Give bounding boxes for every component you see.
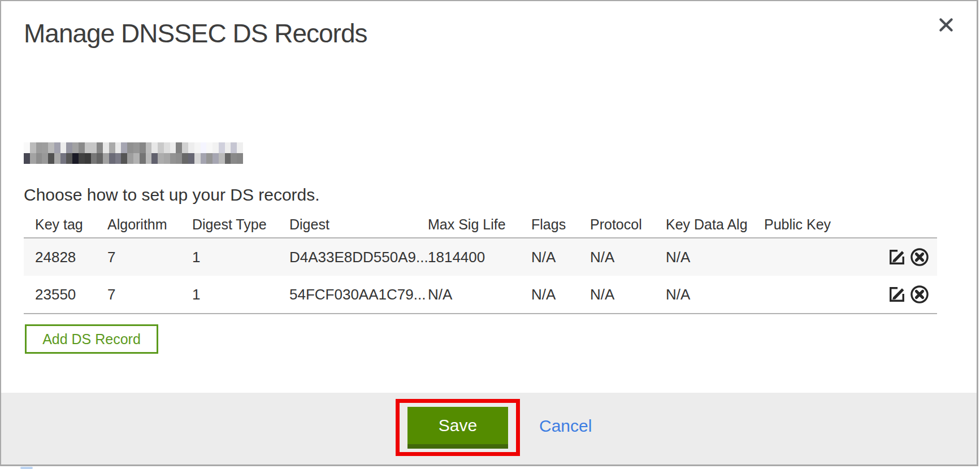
- add-ds-record-button[interactable]: Add DS Record: [25, 324, 158, 354]
- redacted-pixel-block: [103, 153, 109, 164]
- redacted-pixel-block: [66, 153, 72, 164]
- table-row: 235507154FCF030AA1C79...N/AN/AN/AN/A: [24, 276, 937, 314]
- redacted-pixel-block: [151, 153, 158, 164]
- redacted-pixel-block: [219, 153, 225, 164]
- redacted-pixel-block: [176, 153, 182, 164]
- redacted-pixel-block: [42, 153, 48, 164]
- column-header: Key Data Alg: [666, 216, 764, 233]
- cell-digest: 54FCF030AA1C79...: [289, 286, 428, 303]
- redacted-pixel-block: [85, 153, 91, 164]
- redacted-pixel-block: [54, 142, 60, 153]
- redacted-pixel-block: [206, 153, 213, 164]
- redacted-pixel-block: [133, 142, 140, 153]
- row-actions: [886, 246, 937, 268]
- redacted-pixel-block: [97, 153, 103, 164]
- column-header: Algorithm: [107, 216, 192, 233]
- redacted-pixel-block: [103, 142, 109, 153]
- redacted-pixel-block: [170, 153, 176, 164]
- delete-record-button[interactable]: [909, 284, 930, 305]
- column-header: Max Sig Life: [428, 216, 531, 233]
- redacted-pixel-block: [151, 142, 158, 153]
- redacted-pixel-block: [140, 153, 146, 164]
- redacted-pixel-block: [133, 153, 140, 164]
- close-button[interactable]: [934, 12, 959, 37]
- redacted-pixel-block: [36, 153, 42, 164]
- redacted-pixel-block: [194, 153, 201, 164]
- column-header: Protocol: [590, 216, 666, 233]
- redacted-pixel-block: [164, 153, 170, 164]
- cell-digest-type: 1: [192, 286, 289, 303]
- background-page-fragment: [20, 467, 33, 469]
- instruction-text: Choose how to set up your DS records.: [24, 185, 320, 205]
- redacted-pixel-block: [97, 142, 103, 153]
- redacted-pixel-block: [109, 142, 115, 153]
- edit-icon: [887, 247, 907, 267]
- redacted-pixel-block: [115, 153, 122, 164]
- redacted-pixel-block: [237, 142, 243, 153]
- dialog-title: Manage DNSSEC DS Records: [24, 18, 367, 49]
- redacted-pixel-block: [206, 142, 213, 153]
- redacted-pixel-block: [79, 142, 85, 153]
- cancel-link[interactable]: Cancel: [539, 416, 592, 436]
- redacted-pixel-block: [201, 142, 207, 153]
- redacted-pixel-block: [213, 142, 219, 153]
- redacted-pixel-block: [182, 142, 188, 153]
- dnssec-dialog: Manage DNSSEC DS Records Choose how to s…: [0, 0, 978, 466]
- redacted-pixel-block: [140, 142, 146, 153]
- redacted-pixel-block: [42, 142, 48, 153]
- redacted-pixel-block: [24, 153, 30, 164]
- table-row: 2482871D4A33E8DD550A9...1814400N/AN/AN/A: [24, 237, 937, 276]
- edit-record-button[interactable]: [886, 284, 908, 305]
- cell-key-data-alg: N/A: [666, 286, 764, 303]
- close-icon: [937, 16, 955, 34]
- redacted-pixel-block: [213, 153, 219, 164]
- column-header: Public Key: [764, 216, 886, 233]
- column-header: Flags: [531, 216, 590, 233]
- redacted-pixel-block: [158, 153, 164, 164]
- redacted-pixel-block: [60, 153, 67, 164]
- cell-protocol: N/A: [590, 286, 666, 303]
- cell-protocol: N/A: [590, 249, 666, 266]
- ds-records-table: Key tagAlgorithmDigest TypeDigestMax Sig…: [24, 211, 937, 314]
- cell-max-sig-life: N/A: [428, 286, 531, 303]
- redacted-pixel-block: [127, 142, 133, 153]
- cell-digest: D4A33E8DD550A9...: [289, 249, 428, 266]
- cell-algorithm: 7: [107, 286, 192, 303]
- redacted-pixel-block: [91, 153, 97, 164]
- redacted-pixel-block: [225, 142, 231, 153]
- edit-icon: [887, 284, 907, 305]
- redacted-pixel-block: [188, 142, 194, 153]
- redacted-pixel-block: [79, 153, 85, 164]
- delete-x-icon: [909, 247, 930, 267]
- redacted-pixel-block: [170, 142, 176, 153]
- dialog-footer: Save Cancel: [1, 393, 977, 464]
- save-button[interactable]: Save: [407, 407, 508, 449]
- redacted-pixel-block: [66, 142, 72, 153]
- delete-x-icon: [909, 284, 930, 305]
- cell-key-tag: 23550: [35, 286, 107, 303]
- redacted-pixel-block: [85, 142, 91, 153]
- cell-flags: N/A: [531, 249, 590, 266]
- cell-max-sig-life: 1814400: [428, 249, 531, 266]
- redacted-pixel-block: [146, 142, 152, 153]
- delete-record-button[interactable]: [909, 246, 930, 268]
- redacted-pixel-block: [48, 142, 54, 153]
- redacted-pixel-block: [188, 153, 194, 164]
- column-header: Digest Type: [192, 216, 289, 233]
- redacted-pixel-block: [30, 142, 36, 153]
- redacted-pixel-block: [109, 153, 115, 164]
- redacted-pixel-block: [121, 153, 127, 164]
- redacted-pixel-block: [72, 153, 79, 164]
- row-actions: [886, 284, 937, 305]
- edit-record-button[interactable]: [886, 246, 908, 268]
- table-header-row: Key tagAlgorithmDigest TypeDigestMax Sig…: [24, 211, 937, 237]
- cell-key-data-alg: N/A: [666, 249, 764, 266]
- redacted-pixel-block: [127, 153, 133, 164]
- redacted-pixel-block: [201, 153, 207, 164]
- cell-key-tag: 24828: [35, 249, 107, 266]
- redacted-pixel-block: [164, 142, 170, 153]
- cell-flags: N/A: [531, 286, 590, 303]
- redacted-pixel-block: [91, 142, 97, 153]
- redacted-pixel-block: [115, 142, 122, 153]
- redacted-pixel-block: [219, 142, 225, 153]
